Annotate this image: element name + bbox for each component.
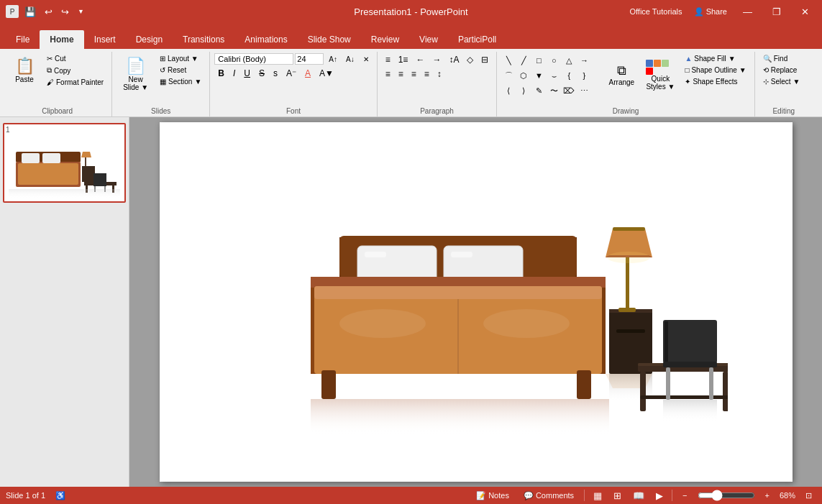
zoom-in-btn[interactable]: + [761,490,774,501]
tab-insert[interactable]: Insert [84,30,126,49]
new-slide-button[interactable]: 📄 NewSlide ▼ [117,53,155,95]
shape-line[interactable]: ╲ [501,53,516,68]
title-bar-right: Office Tutorials 👤 Share — ❐ ✕ [626,4,816,20]
accessibility-btn[interactable]: ♿ [51,490,70,502]
view-reading-btn[interactable]: 📖 [630,489,647,503]
svg-rect-44 [640,372,646,411]
close-btn[interactable]: ✕ [794,4,816,20]
increase-font-btn[interactable]: A↑ [325,54,341,65]
shape-more[interactable]: ▼ [531,68,546,83]
char-spacing-btn[interactable]: A⁻ [283,67,300,80]
format-painter-label: Format Painter [56,78,104,86]
shape-fill-btn[interactable]: ▲ Shape Fill ▼ [681,53,749,64]
zoom-out-btn[interactable]: − [678,490,691,501]
select-button[interactable]: ⊹ Select ▼ [759,76,804,87]
convert-smartart-btn[interactable]: ◇ [463,53,477,66]
format-painter-button[interactable]: 🖌 Format Painter [43,77,107,88]
zoom-slider[interactable] [698,490,755,501]
customize-qat-btn[interactable]: ▼ [75,6,87,17]
shape-line2[interactable]: ╱ [516,53,531,68]
strikethrough-btn[interactable]: S [255,67,268,80]
svg-point-26 [339,309,426,338]
shape-effects-btn[interactable]: ✦ Shape Effects [681,76,749,87]
tab-file[interactable]: File [6,30,40,49]
shape-triangle[interactable]: △ [562,53,576,68]
shadow-btn[interactable]: s [270,67,281,80]
tab-review[interactable]: Review [361,30,409,49]
arrange-button[interactable]: ⧉ Arrange [603,53,639,96]
tab-animations[interactable]: Animations [234,30,297,49]
restore-btn[interactable]: ❐ [765,4,788,20]
decrease-indent-btn[interactable]: ← [412,53,428,66]
align-center-btn[interactable]: ≡ [395,68,407,81]
bold-btn[interactable]: B [214,67,228,80]
tab-transitions[interactable]: Transitions [173,30,234,49]
shape-hex[interactable]: ⬡ [516,68,531,83]
minimize-btn[interactable]: — [736,4,759,20]
underline-btn[interactable]: U [240,67,254,80]
italic-btn[interactable]: I [229,67,239,80]
slide-canvas[interactable] [160,122,793,482]
redo-quick-btn[interactable]: ↪ [58,5,72,19]
canvas-area[interactable] [129,117,822,487]
shape-ellipse[interactable]: ○ [547,53,561,68]
replace-button[interactable]: ⟲ Replace [759,65,804,75]
columns-btn[interactable]: ⊟ [478,53,492,66]
notes-btn[interactable]: 📝 Notes [472,490,513,502]
font-format-row: B I U S s A⁻ A A▼ [214,67,337,80]
font-color-btn[interactable]: A [301,67,314,80]
align-right-btn[interactable]: ≡ [408,68,420,81]
select-label: Select [771,78,791,86]
office-tutorials-btn[interactable]: Office Tutorials [626,6,685,17]
shape-arc[interactable]: ⌒ [501,68,516,83]
shape-rect[interactable]: □ [531,53,546,68]
tab-participoll[interactable]: ParticiPoll [448,30,506,49]
share-btn[interactable]: 👤 Share [691,6,730,18]
save-quick-btn[interactable]: 💾 [22,5,39,19]
tab-home[interactable]: Home [40,30,83,49]
section-button[interactable]: ▦ Section ▼ [156,76,205,87]
comments-label: Comments [536,491,574,500]
shape-brace[interactable]: { [562,68,576,83]
slide-thumbnail-1[interactable]: 1 [3,123,126,203]
fit-slide-btn[interactable]: ⊡ [801,490,816,502]
view-slide-sorter-btn[interactable]: ⊞ [611,489,624,503]
font-size-input[interactable] [295,53,324,65]
shape-outline-btn[interactable]: □ Shape Outline ▼ [681,65,749,75]
highlight-btn[interactable]: A▼ [316,67,337,80]
shape-effects-label: Shape Effects [693,78,737,86]
shape-freeform[interactable]: ✎ [531,83,546,98]
shape-chevron[interactable]: ⟨ [501,83,516,98]
shape-scribble[interactable]: 〜 [547,83,561,98]
tab-slideshow[interactable]: Slide Show [298,30,361,49]
line-spacing-btn[interactable]: ↕ [434,68,445,81]
tab-design[interactable]: Design [126,30,173,49]
increase-indent-btn[interactable]: → [429,53,444,66]
text-dir-btn[interactable]: ↕A [445,53,462,66]
shape-extra2[interactable]: ⋯ [577,83,591,98]
align-left-btn[interactable]: ≡ [382,68,394,81]
paste-button[interactable]: 📋 Paste [7,53,42,87]
reset-button[interactable]: ↺ Reset [156,65,205,75]
justify-btn[interactable]: ≡ [421,68,433,81]
shape-bracket[interactable]: } [577,68,591,83]
undo-quick-btn[interactable]: ↩ [42,5,55,19]
quick-styles-button[interactable]: QuickStyles ▼ [641,53,680,96]
numbered-list-btn[interactable]: 1≡ [395,53,412,66]
shape-arrow[interactable]: → [577,53,591,68]
clear-format-btn[interactable]: ✕ [360,54,373,65]
copy-button[interactable]: ⧉ Copy [43,65,107,76]
comments-btn[interactable]: 💬 Comments [519,490,578,502]
font-family-input[interactable] [214,53,293,65]
shape-curve[interactable]: ⌣ [547,68,561,83]
view-slideshow-btn[interactable]: ▶ [653,489,666,503]
layout-button[interactable]: ⊞ Layout ▼ [156,53,205,64]
shape-extra1[interactable]: ⌦ [562,83,576,98]
cut-button[interactable]: ✂ Cut [43,53,107,64]
view-normal-btn[interactable]: ▦ [590,489,605,503]
decrease-font-btn[interactable]: A↓ [342,54,358,65]
shape-chevron2[interactable]: ⟩ [516,83,531,98]
tab-view[interactable]: View [409,30,448,49]
bullet-list-btn[interactable]: ≡ [382,53,394,66]
find-button[interactable]: 🔍 Find [759,53,804,64]
